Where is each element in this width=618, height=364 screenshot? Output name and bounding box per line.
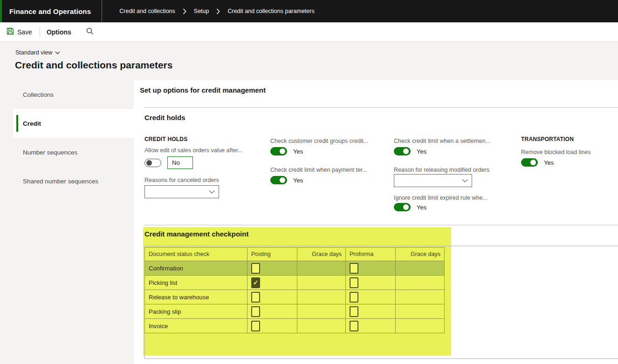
app-bar: Finance and Operations Credit and collec… — [0, 0, 618, 22]
app-title[interactable]: Finance and Operations — [9, 7, 91, 15]
selected-tab-indicator — [16, 115, 18, 132]
toggle-value: Yes — [417, 148, 426, 155]
search-icon — [86, 27, 94, 36]
section-divider — [144, 107, 618, 108]
grace-days-cell[interactable] — [297, 276, 346, 290]
credit-holds-column-1: CREDIT HOLDS Allow edit of sales orders … — [144, 80, 219, 93]
breadcrumb: Credit and collections Setup Credit and … — [119, 8, 314, 14]
grid-row-picking-list[interactable]: Picking list — [145, 276, 445, 290]
save-icon — [7, 27, 14, 36]
field-label: Remove blocked load lines — [521, 149, 591, 155]
field-label: Check credit limit when payment ter... — [270, 167, 367, 173]
field-label: Ignore credit limit expired rule whe... — [394, 195, 488, 201]
sidebar-item-label: Shared number sequences — [23, 178, 98, 185]
appbar-divider — [102, 0, 102, 22]
document-cell[interactable]: Packing slip — [145, 304, 247, 319]
checkpoint-grid: Document status check Posting Grace days… — [144, 247, 445, 333]
grace-days-cell[interactable] — [396, 290, 445, 304]
grid-row-invoice[interactable]: Invoice — [145, 319, 445, 333]
chevron-right-icon — [216, 8, 220, 14]
breadcrumb-area[interactable]: Setup — [194, 8, 209, 14]
field-label: Check customer credit groups credit... — [270, 138, 369, 144]
toggle-knob — [280, 177, 285, 183]
toggle-knob — [403, 148, 409, 154]
page-title: Credit and collections parameters — [15, 60, 172, 71]
reasons-canceled-orders-dropdown[interactable] — [144, 185, 219, 198]
grace-days-cell[interactable] — [396, 319, 445, 333]
check-limit-settlement-toggle[interactable] — [394, 147, 411, 155]
options-button[interactable]: Options — [47, 28, 71, 36]
toggle-value: Yes — [544, 159, 554, 166]
toggle-knob — [403, 204, 409, 210]
allow-edit-toggle[interactable] — [144, 159, 161, 167]
reason-releasing-orders-dropdown[interactable] — [394, 174, 472, 187]
sidebar-item-label: Collections — [23, 91, 54, 98]
breadcrumb-module[interactable]: Credit and collections — [119, 8, 175, 14]
chevron-down-icon — [55, 49, 60, 56]
document-cell[interactable]: Confirmation — [145, 261, 247, 276]
view-selector-label: Standard view — [15, 49, 52, 56]
grid-row-confirmation[interactable]: Confirmation — [145, 261, 445, 276]
toggle-value: Yes — [293, 148, 303, 155]
chevron-down-icon — [462, 179, 468, 183]
posting-checkbox[interactable] — [251, 321, 260, 331]
check-limit-payment-toggle[interactable] — [270, 176, 287, 184]
ignore-expired-rule-toggle[interactable] — [394, 203, 411, 211]
search-button[interactable] — [86, 27, 94, 36]
toggle-knob — [280, 148, 285, 154]
chevron-right-icon — [183, 8, 186, 14]
document-cell[interactable]: Invoice — [145, 319, 247, 333]
grid-row-packing-slip[interactable]: Packing slip — [145, 304, 445, 319]
document-cell[interactable]: Picking list — [145, 276, 247, 290]
posting-checkbox[interactable] — [251, 306, 260, 317]
allow-edit-value-field[interactable]: No — [167, 156, 193, 169]
toggle-value: Yes — [293, 177, 303, 184]
proforma-checkbox[interactable] — [350, 321, 358, 331]
credit-holds-section-title: Credit holds — [144, 114, 185, 121]
column-header-grace-days-1[interactable]: Grace days — [297, 248, 346, 261]
grace-days-cell[interactable] — [396, 261, 445, 276]
grace-days-cell[interactable] — [396, 304, 445, 319]
action-toolbar: Save Options — [0, 22, 618, 42]
sidebar-item-shared-number-sequences[interactable]: Shared number sequences — [0, 167, 134, 195]
group-label-credit-holds: CREDIT HOLDS — [144, 136, 187, 142]
grace-days-cell[interactable] — [297, 319, 346, 333]
column-header-proforma[interactable]: Proforma — [346, 248, 396, 261]
field-label: Allow edit of sales orders value after..… — [144, 147, 243, 154]
proforma-checkbox[interactable] — [350, 263, 358, 274]
main-panel: Set up options for credit management Cre… — [134, 80, 618, 364]
column-header-document-status[interactable]: Document status check — [145, 248, 247, 261]
sidebar-item-collections[interactable]: Collections — [0, 80, 134, 109]
posting-checkbox[interactable] — [251, 292, 260, 303]
proforma-checkbox[interactable] — [350, 277, 358, 288]
posting-checkbox[interactable] — [251, 277, 260, 288]
document-cell[interactable]: Release to warehouse — [145, 290, 247, 304]
grace-days-cell[interactable] — [396, 276, 445, 290]
column-header-grace-days-2[interactable]: Grace days — [396, 248, 445, 261]
grace-days-cell[interactable] — [297, 261, 346, 276]
sidebar-item-credit[interactable]: Credit — [13, 109, 134, 138]
field-label: Check credit limit when a settlemen... — [394, 138, 490, 144]
remove-blocked-load-lines-toggle[interactable] — [521, 158, 538, 167]
proforma-checkbox[interactable] — [350, 306, 358, 317]
save-button[interactable]: Save — [7, 27, 32, 36]
grid-row-release-to-warehouse[interactable]: Release to warehouse — [145, 290, 445, 304]
sidebar-item-number-sequences[interactable]: Number sequences — [0, 138, 134, 167]
check-customer-groups-toggle[interactable] — [270, 147, 287, 155]
proforma-checkbox[interactable] — [350, 292, 358, 303]
toggle-knob — [530, 160, 536, 165]
toggle-value: Yes — [417, 204, 426, 211]
posting-checkbox[interactable] — [251, 263, 260, 274]
field-label: Reason for releasing modified orders — [394, 167, 489, 173]
group-label-transportation: TRANSPORTATION — [521, 136, 574, 142]
section-divider — [144, 225, 618, 225]
breadcrumb-page[interactable]: Credit and collections parameters — [227, 8, 314, 14]
column-header-posting[interactable]: Posting — [247, 248, 297, 261]
grace-days-cell[interactable] — [297, 304, 346, 319]
checkpoint-section-title: Credit management checkpoint — [144, 230, 248, 238]
view-selector[interactable]: Standard view — [15, 49, 60, 56]
grace-days-cell[interactable] — [297, 290, 346, 304]
brand-accent-stripe — [0, 0, 2, 22]
vertical-tab-list: Collections Credit Number sequences Shar… — [0, 80, 134, 364]
sidebar-item-label: Credit — [23, 120, 41, 127]
